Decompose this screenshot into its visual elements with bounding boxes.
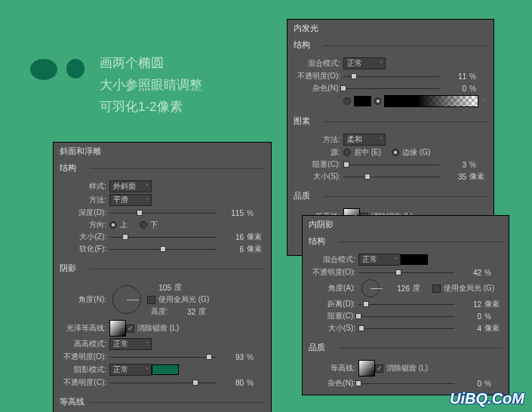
size-value[interactable]: 4	[457, 324, 481, 333]
antialias-checkbox[interactable]	[126, 324, 134, 333]
angle-dial[interactable]	[112, 285, 141, 314]
watermark: UiBQ.CoM	[450, 390, 524, 407]
size-label: 大小(S):	[310, 323, 355, 334]
altitude-value[interactable]: 32	[171, 308, 195, 316]
size-value[interactable]: 35	[442, 173, 466, 181]
unit-px: 像素	[484, 299, 501, 309]
unit-px: 像素	[247, 244, 263, 254]
intro-text: 画两个椭圆 大小参照眼睛调整 可羽化1-2像素	[100, 53, 202, 118]
gradient-picker[interactable]	[384, 95, 478, 107]
intro-line-3: 可羽化1-2像素	[100, 97, 202, 118]
angle-value[interactable]: 105	[147, 284, 171, 292]
size-slider[interactable]	[109, 232, 217, 241]
shadow-mode-label: 阴影模式:	[61, 364, 106, 375]
depth-value[interactable]: 115	[220, 209, 244, 217]
edge-label: 边缘 (G)	[402, 147, 430, 158]
noise-value[interactable]: 0	[442, 85, 466, 93]
panel-title: 斜面和浮雕	[54, 143, 271, 160]
noise-slider[interactable]	[343, 84, 439, 93]
chevron-down-icon: ˅	[146, 183, 149, 190]
distance-label: 距离(D):	[310, 299, 355, 309]
global-light-checkbox[interactable]	[147, 296, 155, 304]
antialias-checkbox[interactable]	[375, 364, 383, 373]
section-structure: 结构	[288, 37, 494, 53]
antialias-label: 消除锯齿 (L)	[386, 363, 428, 374]
intro-block: 画两个椭圆 大小参照眼睛调整 可羽化1-2像素	[30, 53, 202, 118]
chevron-down-icon: ˅	[369, 365, 372, 372]
soften-label: 软化(F):	[61, 244, 106, 254]
noise-label: 杂色(N):	[295, 83, 340, 94]
unit-deg: 度	[198, 306, 215, 317]
direction-up-radio[interactable]	[109, 221, 117, 229]
unit-pct: %	[247, 379, 263, 387]
shadow-opacity-slider[interactable]	[109, 378, 217, 387]
unit-pct: %	[484, 312, 501, 321]
size-label: 大小(Z):	[61, 232, 106, 242]
sample-ovals	[30, 59, 85, 80]
chevron-down-icon: ˅	[120, 325, 123, 332]
glow-color-swatch[interactable]	[354, 96, 371, 106]
unit-deg: 度	[174, 282, 191, 293]
choke-slider[interactable]	[358, 312, 454, 321]
gradient-radio[interactable]	[374, 97, 382, 105]
section-structure: 结构	[54, 160, 271, 176]
angle-value[interactable]: 126	[386, 284, 410, 293]
chevron-down-icon: ˅	[146, 341, 149, 348]
shadow-opacity-label: 不透明度(C):	[61, 377, 106, 388]
shadow-color-swatch[interactable]	[401, 254, 428, 265]
angle-label: 角度(N):	[61, 294, 106, 305]
section-contour: 等高线	[54, 394, 271, 410]
opacity-value[interactable]: 42	[457, 269, 481, 277]
gloss-contour-picker[interactable]	[109, 320, 126, 337]
angle-dial[interactable]	[361, 279, 380, 297]
depth-slider[interactable]	[109, 208, 217, 217]
noise-slider[interactable]	[358, 379, 454, 388]
contour-picker[interactable]	[358, 360, 375, 377]
blend-mode-label: 混合模式:	[310, 254, 355, 265]
unit-pct: %	[484, 269, 501, 277]
size-slider[interactable]	[358, 324, 454, 333]
source-edge-radio[interactable]	[392, 149, 399, 156]
chevron-down-icon: ˅	[380, 137, 383, 143]
blend-mode-label: 混合模式:	[295, 58, 340, 69]
noise-value[interactable]: 0	[457, 380, 481, 388]
soften-value[interactable]: 6	[220, 245, 244, 254]
opacity-value[interactable]: 11	[442, 72, 466, 81]
unit-pct: %	[469, 85, 486, 93]
size-label: 大小(S):	[295, 171, 340, 182]
color-radio[interactable]	[343, 97, 351, 105]
panel-inner-shadow: 内阴影 结构 混合模式: 正常˅ 不透明度(O): 42 % 角度(A): 12…	[302, 215, 509, 395]
distance-value[interactable]: 12	[457, 300, 481, 309]
direction-down-radio[interactable]	[140, 221, 147, 229]
highlight-opacity-value[interactable]: 93	[220, 353, 244, 361]
direction-label: 方向:	[61, 220, 106, 230]
source-center-radio[interactable]	[343, 149, 351, 156]
chevron-down-icon: ˅	[483, 98, 486, 105]
size-slider[interactable]	[343, 172, 439, 181]
highlight-opacity-slider[interactable]	[109, 352, 217, 361]
shadow-color-swatch[interactable]	[152, 364, 179, 375]
gloss-contour-label: 光泽等高线:	[61, 323, 106, 334]
global-light-checkbox[interactable]	[432, 284, 441, 293]
intro-line-1: 画两个椭圆	[100, 53, 202, 75]
unit-pct: %	[484, 380, 501, 388]
altitude-label: 高度:	[147, 306, 168, 317]
noise-label: 杂色(N):	[310, 378, 355, 389]
antialias-label: 消除锯齿 (L)	[137, 323, 179, 334]
oval-1	[30, 59, 57, 80]
soften-slider[interactable]	[109, 244, 217, 254]
choke-label: 阻塞(C):	[295, 159, 340, 170]
choke-value[interactable]: 0	[457, 312, 481, 321]
intro-line-2: 大小参照眼睛调整	[100, 75, 202, 97]
distance-slider[interactable]	[358, 300, 454, 309]
opacity-slider[interactable]	[358, 268, 454, 277]
highlight-opacity-label: 不透明度(O):	[61, 352, 106, 362]
opacity-slider[interactable]	[343, 72, 439, 81]
shadow-opacity-value[interactable]: 80	[220, 379, 244, 387]
panel-title: 内阴影	[303, 216, 509, 233]
method-label: 方法:	[61, 195, 106, 205]
size-value[interactable]: 16	[220, 233, 244, 241]
choke-value[interactable]: 3	[442, 161, 466, 169]
choke-slider[interactable]	[343, 160, 439, 169]
global-light-label: 使用全局光 (G)	[158, 294, 209, 305]
